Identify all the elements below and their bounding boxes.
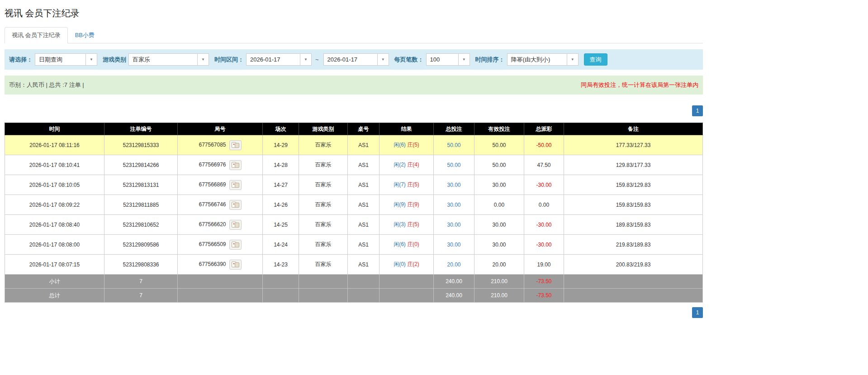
total-bet-link[interactable]: 50.00 <box>447 142 460 148</box>
cell-note: 129.83/177.33 <box>564 155 703 175</box>
game-result-cards-icon <box>232 182 239 188</box>
cell-note: 189.83/159.83 <box>564 215 703 235</box>
tab-bb-tip[interactable]: BB小费 <box>68 27 102 43</box>
cell-result: 闲(6) 庄(5) <box>379 135 434 155</box>
cell-result: 闲(3) 庄(5) <box>379 215 434 235</box>
page-title: 视讯 会员下注纪录 <box>5 7 703 19</box>
game-result-cards-icon <box>232 202 239 208</box>
footer-cell <box>299 289 348 303</box>
round-detail-button[interactable] <box>229 200 242 210</box>
page-size-combo: ▼ <box>426 53 470 66</box>
sort-caret-button[interactable]: ▼ <box>567 53 579 66</box>
query-type-label: 请选择： <box>9 56 33 64</box>
page-size-label: 每页笔数： <box>394 56 424 64</box>
round-detail-button[interactable] <box>229 220 242 230</box>
date-range-label: 时间区间： <box>214 56 244 64</box>
sort-input[interactable] <box>507 53 567 66</box>
column-header-8: 总投注 <box>434 123 474 135</box>
page-button-1[interactable]: 1 <box>692 105 703 116</box>
cell-time: 2026-01-17 08:08:40 <box>5 215 104 235</box>
table-row: 2026-01-17 08:08:40523129810652677566620… <box>5 215 703 235</box>
query-type-caret-button[interactable]: ▼ <box>86 53 97 66</box>
footer-cell <box>564 289 703 303</box>
cell-bet-number: 523129808336 <box>104 255 178 275</box>
search-button[interactable]: 查询 <box>584 53 607 66</box>
cell-time: 2026-01-17 08:07:15 <box>5 255 104 275</box>
cell-valid-bet: 30.00 <box>474 235 524 255</box>
cell-bet-number: 523129809586 <box>104 235 178 255</box>
table-row: 2026-01-17 08:10:05523129813131677566869… <box>5 175 703 195</box>
tab-betting-records[interactable]: 视讯 会员下注纪录 <box>5 27 68 43</box>
column-header-10: 总派彩 <box>524 123 564 135</box>
cell-time: 2026-01-17 08:08:00 <box>5 235 104 255</box>
round-detail-button[interactable] <box>229 260 242 270</box>
page-container: 视讯 会员下注纪录 视讯 会员下注纪录 BB小费 请选择： ▼ 游戏类别 ▼ 时… <box>5 0 703 318</box>
cell-session: 14-24 <box>263 235 299 255</box>
cell-result: 闲(2) 庄(4) <box>379 155 434 175</box>
caret-down-icon: ▼ <box>381 57 385 62</box>
cell-valid-bet: 50.00 <box>474 155 524 175</box>
cell-valid-bet: 30.00 <box>474 175 524 195</box>
sort-label: 时间排序： <box>475 56 505 64</box>
page-size-input[interactable] <box>426 53 459 66</box>
game-type-caret-button[interactable]: ▼ <box>198 53 209 66</box>
cell-table-number: AS1 <box>348 135 379 155</box>
date-from-input[interactable] <box>246 53 300 66</box>
footer-cell <box>348 289 379 303</box>
cell-note: 159.83/129.83 <box>564 175 703 195</box>
footer-cell: -73.50 <box>524 275 564 289</box>
date-to-caret-button[interactable]: ▼ <box>378 53 389 66</box>
cell-payout: 0.00 <box>524 195 564 215</box>
result-banker: 庄(5) <box>407 221 419 228</box>
total-bet-link[interactable]: 30.00 <box>447 242 460 248</box>
footer-cell <box>178 275 263 289</box>
cell-note: 159.83/159.83 <box>564 195 703 215</box>
cell-game-type: 百家乐 <box>299 175 348 195</box>
footer-cell <box>178 289 263 303</box>
total-bet-link[interactable]: 30.00 <box>447 202 460 208</box>
total-bet-link[interactable]: 50.00 <box>447 162 460 168</box>
date-to-combo: ▼ <box>323 53 389 66</box>
footer-cell: -73.50 <box>524 289 564 303</box>
result-player: 闲(0) <box>394 261 406 267</box>
table-head: 时间注单编号局号场次游戏类别桌号结果总投注有效投注总派彩备注 <box>5 123 703 135</box>
date-to-input[interactable] <box>323 53 378 66</box>
cell-payout: -30.00 <box>524 215 564 235</box>
cell-bet-number: 523129811885 <box>104 195 178 215</box>
page-button-1-bottom[interactable]: 1 <box>692 307 703 318</box>
date-from-caret-button[interactable]: ▼ <box>300 53 312 66</box>
cell-time: 2026-01-17 08:09:22 <box>5 195 104 215</box>
cell-game-type: 百家乐 <box>299 135 348 155</box>
cell-table-number: AS1 <box>348 175 379 195</box>
page-size-caret-button[interactable]: ▼ <box>459 53 470 66</box>
table-row: 2026-01-17 08:07:15523129808336677566390… <box>5 255 703 275</box>
cell-game-type: 百家乐 <box>299 235 348 255</box>
game-result-cards-icon <box>232 142 239 148</box>
cell-round-number: 677566976 <box>178 155 263 175</box>
total-bet-link[interactable]: 20.00 <box>447 261 460 268</box>
round-detail-button[interactable] <box>229 160 242 170</box>
footer-cell <box>564 275 703 289</box>
caret-down-icon: ▼ <box>304 57 308 62</box>
cell-table-number: AS1 <box>348 235 379 255</box>
game-type-input[interactable] <box>128 53 198 66</box>
caret-down-icon: ▼ <box>462 57 466 62</box>
round-number-text: 677566976 <box>199 161 226 168</box>
round-detail-button[interactable] <box>229 180 242 190</box>
cell-session: 14-27 <box>263 175 299 195</box>
total-bet-link[interactable]: 30.00 <box>447 222 460 228</box>
total-bet-link[interactable]: 30.00 <box>447 182 460 188</box>
round-detail-button[interactable] <box>229 240 242 250</box>
round-detail-button[interactable] <box>229 140 242 150</box>
round-number-text: 677567085 <box>199 142 226 148</box>
cell-session: 14-26 <box>263 195 299 215</box>
result-banker: 庄(5) <box>407 142 419 148</box>
cell-game-type: 百家乐 <box>299 255 348 275</box>
cell-time: 2026-01-17 08:10:05 <box>5 175 104 195</box>
round-number-text: 677566620 <box>199 221 226 228</box>
cell-result: 闲(0) 庄(2) <box>379 255 434 275</box>
query-type-input[interactable] <box>35 53 86 66</box>
cell-time: 2026-01-17 08:10:41 <box>5 155 104 175</box>
cell-valid-bet: 30.00 <box>474 215 524 235</box>
table-row: 2026-01-17 08:11:16523129815333677567085… <box>5 135 703 155</box>
